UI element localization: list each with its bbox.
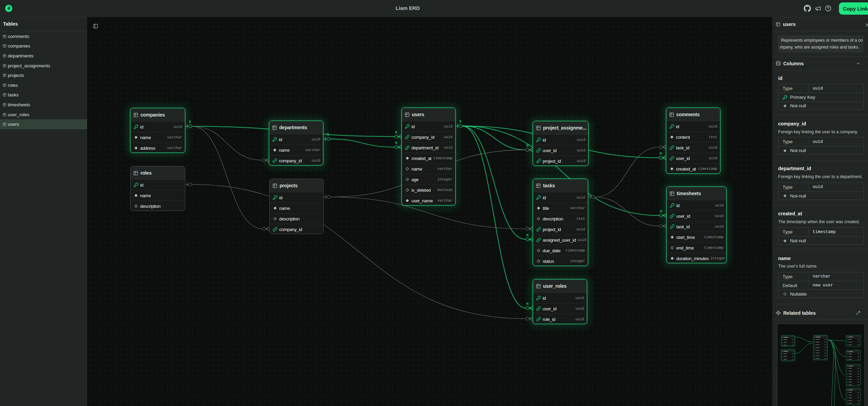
svg-text:n: n bbox=[526, 233, 528, 237]
svg-text:1: 1 bbox=[189, 120, 191, 124]
svg-text:1: 1 bbox=[327, 132, 329, 136]
svg-text:n: n bbox=[526, 302, 528, 306]
svg-text:n: n bbox=[660, 151, 662, 155]
svg-text:n: n bbox=[660, 209, 662, 213]
svg-text:n: n bbox=[395, 141, 397, 145]
svg-text:1: 1 bbox=[459, 119, 461, 123]
svg-text:n: n bbox=[395, 130, 397, 134]
